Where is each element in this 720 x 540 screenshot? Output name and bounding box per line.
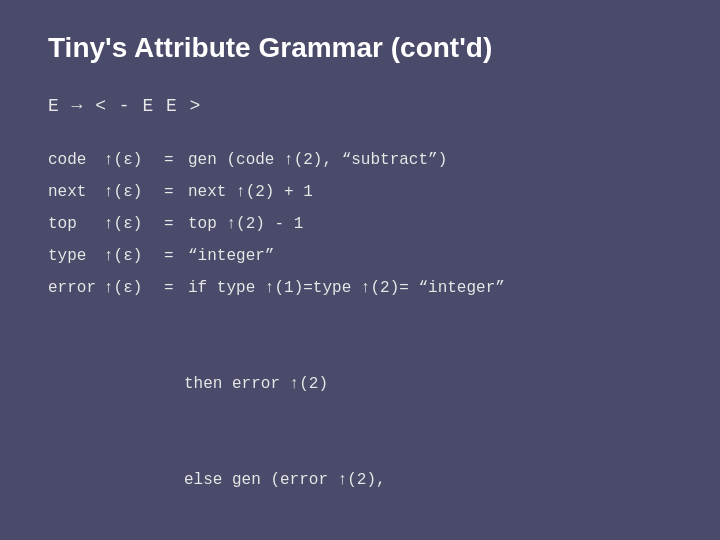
attr-eq-next: = bbox=[164, 176, 188, 208]
attr-eq-top: = bbox=[164, 208, 188, 240]
attr-arrow-next: ↑(ε) bbox=[104, 176, 164, 208]
slide: Tiny's Attribute Grammar (cont'd) E → < … bbox=[0, 0, 720, 540]
continuation-lines: then error ↑(2) else gen (error ↑(2), “I… bbox=[48, 304, 672, 540]
grammar-rule: E → < - E E > bbox=[48, 96, 672, 116]
attr-expr-error: if type ↑(1)=type ↑(2)= “integer” bbox=[188, 272, 672, 304]
continuation-line-1: then error ↑(2) bbox=[184, 368, 672, 400]
attr-eq-type: = bbox=[164, 240, 188, 272]
attr-expr-code: gen (code ↑(2), “subtract”) bbox=[188, 144, 672, 176]
attr-eq-error: = bbox=[164, 272, 188, 304]
attribute-table: code ↑(ε) = gen (code ↑(2), “subtract”) … bbox=[48, 144, 672, 304]
attr-arrow-top: ↑(ε) bbox=[104, 208, 164, 240]
attr-name-code: code bbox=[48, 144, 104, 176]
attr-arrow-error: ↑(ε) bbox=[104, 272, 164, 304]
attr-name-type: type bbox=[48, 240, 104, 272]
attr-name-next: next bbox=[48, 176, 104, 208]
content-area: code ↑(ε) = gen (code ↑(2), “subtract”) … bbox=[48, 144, 672, 540]
attr-arrow-code: ↑(ε) bbox=[104, 144, 164, 176]
attr-arrow-type: ↑(ε) bbox=[104, 240, 164, 272]
attr-eq-code: = bbox=[164, 144, 188, 176]
attr-expr-top: top ↑(2) - 1 bbox=[188, 208, 672, 240]
slide-title: Tiny's Attribute Grammar (cont'd) bbox=[48, 32, 672, 64]
attr-name-error: error bbox=[48, 272, 104, 304]
attr-expr-next: next ↑(2) + 1 bbox=[188, 176, 672, 208]
continuation-line-2: else gen (error ↑(2), bbox=[184, 464, 672, 496]
attr-name-top: top bbox=[48, 208, 104, 240]
attr-expr-type: “integer” bbox=[188, 240, 672, 272]
